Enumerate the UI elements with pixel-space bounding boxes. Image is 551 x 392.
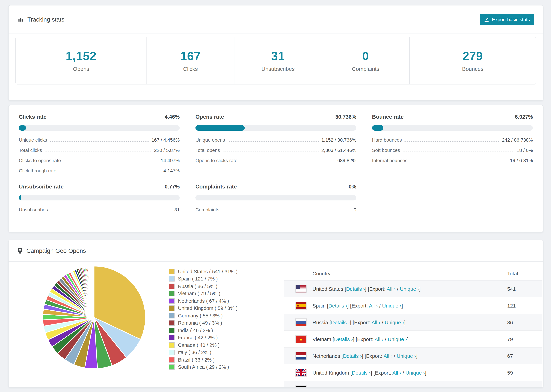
gb-flag-icon <box>296 369 306 376</box>
rate-row-label: Total clicks <box>19 147 42 153</box>
details-link[interactable]: Details › <box>343 353 362 359</box>
export-all-link[interactable]: All › <box>392 370 401 375</box>
total-cell: 79 <box>507 336 543 342</box>
stat-cell-complaints: 0Complaints <box>322 37 409 84</box>
rate-section-opens-rate: Opens rate30.736%Unique opens1,152 / 30.… <box>195 113 356 176</box>
legend-label: Germany ( 55 / 3% ) <box>178 313 223 318</box>
export-all-link[interactable]: All › <box>383 353 392 359</box>
legend-item-brazil[interactable]: Brazil ( 33 / 2% ) <box>169 356 238 364</box>
country-cell: Spain [Details ›] [Export: All › / Uniqu… <box>306 302 507 308</box>
rate-row-value: 14.497% <box>161 158 180 163</box>
legend-item-united-kingdom[interactable]: United Kingdom ( 59 / 3% ) <box>169 305 238 312</box>
rate-row-value: 19 / 6.81% <box>510 158 533 163</box>
geo-title-text: Campaign Geo Opens <box>26 247 86 254</box>
legend-swatch <box>169 298 175 304</box>
progress-fill <box>195 125 245 131</box>
rate-head: Bounce rate6.927% <box>372 113 533 120</box>
total-cell: 59 <box>507 370 543 375</box>
details-link[interactable]: Details › <box>336 386 355 388</box>
legend-item-vietnam[interactable]: Vietnam ( 79 / 5% ) <box>169 290 238 297</box>
details-link[interactable]: Details › <box>334 336 353 342</box>
details-link[interactable]: Details › <box>331 319 350 325</box>
rate-row-label: Click through rate <box>19 168 56 173</box>
export-unique-link[interactable]: Unique › <box>390 386 410 388</box>
details-link[interactable]: Details › <box>352 370 371 375</box>
bar-chart-icon <box>17 16 24 23</box>
progress-bar-bounce-rate <box>372 125 533 131</box>
legend-item-germany[interactable]: Germany ( 55 / 3% ) <box>169 312 238 319</box>
stat-label: Clicks <box>183 66 198 72</box>
details-link[interactable]: Details › <box>328 302 347 308</box>
rate-row-value: 18 / 0% <box>517 147 533 153</box>
rate-rows: Unique clicks167 / 4.456%Total clicks220… <box>19 135 180 176</box>
geo-body: United States ( 541 / 31% )Spain ( 121 /… <box>8 262 543 387</box>
legend-label: Vietnam ( 79 / 5% ) <box>178 291 220 296</box>
legend-label: France ( 42 / 2% ) <box>178 335 218 341</box>
export-all-link[interactable]: All › <box>372 319 380 325</box>
rate-rows: Hard bounces242 / 86.738%Soft bounces18 … <box>372 135 533 166</box>
export-unique-link[interactable]: Unique › <box>388 336 407 342</box>
legend-item-france[interactable]: France ( 42 / 2% ) <box>169 334 238 341</box>
rate-head: Unsubscribe rate0.77% <box>19 183 180 190</box>
rate-title: Unsubscribe rate <box>19 184 64 190</box>
rate-row-label: Complaints <box>195 207 219 212</box>
legend-item-india[interactable]: India ( 46 / 3% ) <box>169 327 238 334</box>
rate-row-label: Clicks to opens rate <box>19 158 61 163</box>
rate-row-value: 2,303 / 61.446% <box>321 147 356 153</box>
legend-item-romania[interactable]: Romania ( 49 / 3% ) <box>169 319 238 327</box>
tracking-stats-title: Tracking stats <box>17 16 64 23</box>
ru-flag-icon <box>296 319 306 326</box>
de-flag-icon <box>296 386 306 388</box>
export-all-link[interactable]: All › <box>374 336 383 342</box>
legend-item-spain[interactable]: Spain ( 121 / 7% ) <box>169 275 238 283</box>
rate-row: Soft bounces18 / 0% <box>372 145 533 155</box>
tracking-stats-title-text: Tracking stats <box>27 16 64 23</box>
export-unique-link[interactable]: Unique › <box>382 302 402 308</box>
export-all-link[interactable]: All › <box>369 302 378 308</box>
export-unique-link[interactable]: Unique › <box>406 370 425 375</box>
legend-item-united-states[interactable]: United States ( 541 / 31% ) <box>169 268 238 275</box>
rate-row: Complaints0 <box>195 204 356 215</box>
export-unique-link[interactable]: Unique › <box>400 286 419 292</box>
rate-title: Bounce rate <box>372 114 404 120</box>
rate-row-label: Internal bounces <box>372 158 407 163</box>
rate-row-label: Opens to clicks rate <box>195 158 238 163</box>
rate-title: Complaints rate <box>195 184 237 190</box>
pie-slice-57[interactable] <box>94 266 94 317</box>
rate-row-label: Hard bounces <box>372 137 402 143</box>
details-link[interactable]: Details › <box>346 286 365 292</box>
rate-row: Clicks to opens rate14.497% <box>19 155 180 166</box>
legend-item-canada[interactable]: Canada ( 40 / 2% ) <box>169 341 238 349</box>
dotted-leader <box>403 151 514 152</box>
legend-item-italy[interactable]: Italy ( 36 / 2% ) <box>169 349 238 356</box>
export-unique-link[interactable]: Unique › <box>385 319 404 325</box>
export-unique-link[interactable]: Unique › <box>397 353 416 359</box>
es-flag-icon <box>296 302 306 309</box>
rate-row-label: Soft bounces <box>372 147 400 153</box>
legend-swatch <box>169 357 175 363</box>
page: Tracking stats Export basic stats 1,152O… <box>0 0 551 392</box>
rate-row-value: 1,152 / 30.736% <box>321 137 356 143</box>
export-all-link[interactable]: All › <box>387 286 396 292</box>
rate-row: Opens to clicks rate689.82% <box>195 155 356 166</box>
total-cell: 541 <box>507 286 543 292</box>
rate-row-value: 31 <box>174 207 180 212</box>
legend-item-russia[interactable]: Russia ( 86 / 5% ) <box>169 283 238 290</box>
total-cell: 86 <box>507 319 543 325</box>
table-row-nl: Netherlands [Details ›] [Export: All › /… <box>284 348 543 364</box>
stat-label: Bounces <box>462 66 483 72</box>
rate-row-label: Unsubscribes <box>19 207 48 212</box>
export-all-link[interactable]: All › <box>377 386 386 388</box>
legend-item-south-africa[interactable]: South Africa ( 29 / 2% ) <box>169 364 238 371</box>
rate-section-complaints-rate: Complaints rate0%Complaints0 <box>195 183 356 215</box>
rate-row-label: Unique opens <box>195 137 225 143</box>
dotted-leader <box>404 141 499 141</box>
us-flag-icon <box>296 285 306 292</box>
export-basic-stats-button[interactable]: Export basic stats <box>480 14 534 25</box>
geo-header: Campaign Geo Opens <box>8 240 543 262</box>
country-cell: United States [Details ›] [Export: All ›… <box>306 286 507 292</box>
dashboard: Tracking stats Export basic stats 1,152O… <box>0 0 551 392</box>
rates-grid: Clicks rate4.46%Unique clicks167 / 4.456… <box>8 105 543 215</box>
dotted-leader <box>50 141 149 141</box>
legend-item-netherlands[interactable]: Netherlands ( 67 / 4% ) <box>169 297 238 305</box>
